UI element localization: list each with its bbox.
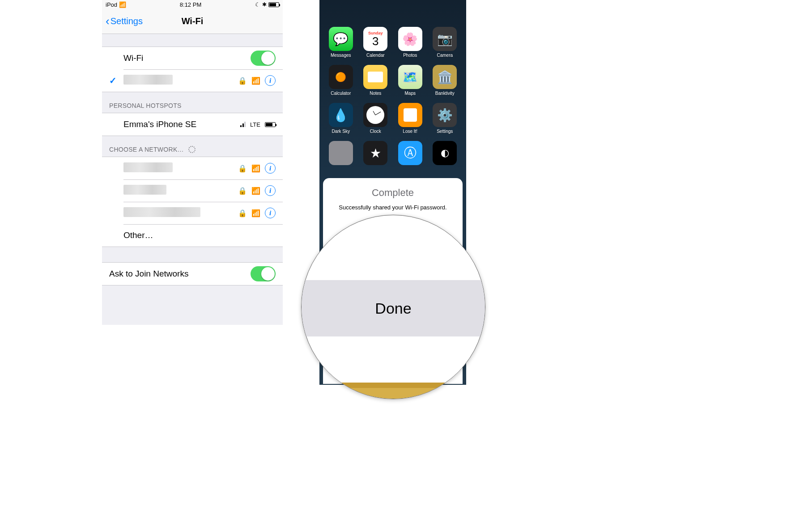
sheet-title: Complete bbox=[323, 187, 463, 199]
calculator-icon: 🟠 bbox=[335, 72, 346, 82]
other-label: Other… bbox=[123, 230, 276, 240]
connected-network-name bbox=[123, 75, 173, 85]
personal-hotspots-header: PERSONAL HOTSPOTS bbox=[102, 92, 283, 113]
notes-icon bbox=[368, 72, 383, 82]
bank-icon: 🏛️ bbox=[437, 70, 453, 85]
wifi-status-icon: 📶 bbox=[119, 1, 126, 8]
navbar: ‹ Settings Wi-Fi bbox=[102, 9, 283, 34]
dnd-moon-icon: ☾ bbox=[255, 1, 260, 8]
ask-to-join-label: Ask to Join Networks bbox=[109, 269, 251, 279]
hotspot-list: Emma's iPhone SE LTE bbox=[102, 113, 283, 136]
checkmark-icon: ✓ bbox=[109, 75, 117, 86]
ask-to-join-toggle[interactable] bbox=[251, 266, 276, 281]
loseit-icon bbox=[404, 108, 417, 122]
messages-icon: 💬 bbox=[333, 32, 349, 47]
lock-icon: 🔒 bbox=[238, 77, 247, 85]
app-appstore[interactable]: Ⓐ bbox=[395, 141, 425, 165]
app-generic-1[interactable] bbox=[326, 141, 356, 165]
star-icon: ★ bbox=[370, 146, 381, 161]
network-name bbox=[123, 162, 173, 172]
battery-icon bbox=[268, 2, 279, 7]
info-icon[interactable]: i bbox=[265, 185, 276, 196]
lock-icon: 🔒 bbox=[238, 209, 247, 217]
home-grid: 💬Messages Sunday3Calendar 🌸Photos 📷Camer… bbox=[319, 0, 466, 165]
hotspot-row[interactable]: Emma's iPhone SE LTE bbox=[102, 113, 283, 136]
info-icon[interactable]: i bbox=[265, 208, 276, 218]
hotspot-name: Emma's iPhone SE bbox=[123, 119, 240, 129]
spinner-icon bbox=[188, 146, 196, 153]
maps-icon: 🗺️ bbox=[402, 70, 418, 85]
app-calendar[interactable]: Sunday3Calendar bbox=[361, 27, 391, 58]
clock-icon bbox=[366, 106, 384, 124]
magnifier-lens: Done bbox=[301, 215, 485, 399]
settings-phone: iPod 📶 8:12 PM ☾ ✱ ‹ Settings Wi-Fi Wi-F… bbox=[102, 0, 283, 325]
info-icon[interactable]: i bbox=[265, 75, 276, 86]
device-label: iPod bbox=[106, 1, 117, 8]
app-generic-3[interactable]: ◐ bbox=[430, 141, 460, 165]
lock-icon: 🔒 bbox=[238, 187, 247, 195]
network-row[interactable]: 🔒 📶 i bbox=[102, 157, 283, 179]
chevron-left-icon: ‹ bbox=[106, 14, 110, 28]
app-calculator[interactable]: 🟠Calculator bbox=[326, 65, 356, 96]
wifi-main-list: Wi-Fi ✓ 🔒 📶 i bbox=[102, 47, 283, 92]
appstore-icon: Ⓐ bbox=[404, 145, 417, 162]
app-darksky[interactable]: 💧Dark Sky bbox=[326, 103, 356, 134]
app-settings[interactable]: ⚙️Settings bbox=[430, 103, 460, 134]
cellular-signal-icon bbox=[240, 122, 246, 127]
carrier-label: LTE bbox=[250, 121, 260, 128]
network-row[interactable]: 🔒 📶 i bbox=[102, 179, 283, 202]
app-loseit[interactable]: Lose It! bbox=[395, 103, 425, 134]
ask-join-list: Ask to Join Networks bbox=[102, 262, 283, 285]
app-photos[interactable]: 🌸Photos bbox=[395, 27, 425, 58]
app-clock[interactable]: Clock bbox=[361, 103, 391, 134]
choose-network-header: CHOOSE A NETWORK… bbox=[102, 136, 283, 157]
connected-network-row[interactable]: ✓ 🔒 📶 i bbox=[102, 69, 283, 92]
app-generic-2[interactable]: ★ bbox=[361, 141, 391, 165]
lock-icon: 🔒 bbox=[238, 164, 247, 173]
network-name bbox=[123, 185, 166, 195]
ask-to-join-row: Ask to Join Networks bbox=[102, 263, 283, 285]
darksky-icon: 💧 bbox=[333, 108, 349, 123]
wifi-toggle-row: Wi-Fi bbox=[102, 47, 283, 69]
networks-list: 🔒 📶 i 🔒 📶 i 🔒 📶 i Other… bbox=[102, 157, 283, 247]
status-time: 8:12 PM bbox=[180, 1, 201, 8]
wifi-signal-icon: 📶 bbox=[251, 164, 260, 173]
back-label: Settings bbox=[111, 16, 143, 26]
camera-icon: 📷 bbox=[437, 32, 453, 47]
gear-icon: ⚙️ bbox=[437, 108, 453, 123]
network-name bbox=[123, 207, 200, 217]
sheet-message: Successfully shared your Wi-Fi password. bbox=[323, 204, 463, 211]
info-icon[interactable]: i bbox=[265, 163, 276, 174]
wifi-toggle[interactable] bbox=[251, 51, 276, 66]
app-messages[interactable]: 💬Messages bbox=[326, 27, 356, 58]
generic-icon: ◐ bbox=[441, 147, 449, 159]
wifi-signal-icon: 📶 bbox=[251, 209, 260, 217]
network-row[interactable]: 🔒 📶 i bbox=[102, 202, 283, 224]
wifi-signal-icon: 📶 bbox=[251, 187, 260, 195]
app-maps[interactable]: 🗺️Maps bbox=[395, 65, 425, 96]
photos-icon: 🌸 bbox=[402, 32, 418, 47]
back-button[interactable]: ‹ Settings bbox=[106, 14, 143, 28]
other-network-row[interactable]: Other… bbox=[102, 224, 283, 247]
done-label: Done bbox=[375, 300, 411, 317]
app-camera[interactable]: 📷Camera bbox=[430, 27, 460, 58]
status-bar: iPod 📶 8:12 PM ☾ ✱ bbox=[102, 0, 283, 9]
page-title: Wi-Fi bbox=[182, 16, 204, 26]
hotspot-battery-icon bbox=[265, 122, 276, 127]
app-notes[interactable]: Notes bbox=[361, 65, 391, 96]
app-banktivity[interactable]: 🏛️Banktivity bbox=[430, 65, 460, 96]
calendar-day: 3 bbox=[372, 35, 378, 47]
wifi-label: Wi-Fi bbox=[123, 53, 251, 63]
done-button[interactable]: Done bbox=[302, 280, 485, 336]
wifi-signal-icon: 📶 bbox=[251, 77, 260, 85]
bluetooth-icon: ✱ bbox=[262, 1, 267, 8]
